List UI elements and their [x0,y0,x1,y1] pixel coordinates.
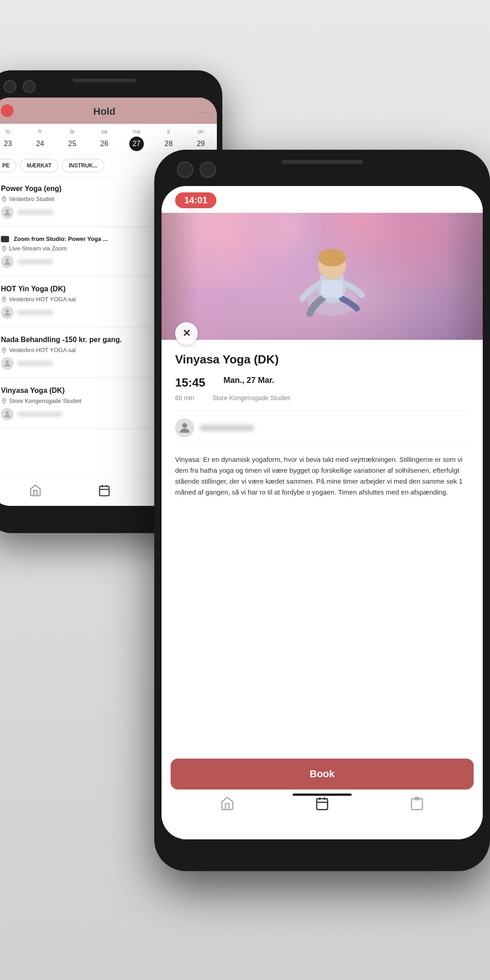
svg-rect-21 [317,799,328,809]
avatar [1,206,14,219]
yoga-figure [282,222,382,331]
calendar-day[interactable]: sø 26 [88,128,121,151]
book-button[interactable]: Book [171,759,474,789]
location: Store Kongensgade Studiet [212,394,290,402]
tree-left [162,213,198,340]
day-number: 27 [129,137,144,151]
calendar-day[interactable]: to 23 [0,128,24,151]
svg-rect-10 [100,486,109,495]
avatar [1,306,14,319]
duration-location: 60 min Store Kongensgade Studiet [175,394,469,402]
calendar-day[interactable]: lø 25 [56,128,88,151]
instructor-name [17,310,54,315]
svg-rect-19 [321,280,343,298]
svg-point-1 [6,209,9,212]
filter-type[interactable]: PE [0,159,16,172]
status-bar: 14:01 [162,186,483,213]
home-icon[interactable] [27,482,44,499]
avatar [1,357,14,370]
location-text: Live-Stream via Zoom [9,245,67,252]
clipboard-nav-icon[interactable] [410,796,424,811]
class-time: 15:45 [175,376,206,390]
class-name: Zoom from Studio: Power Yoga ... [1,235,108,242]
day-number: 29 [194,137,208,151]
instructor-name [17,210,54,215]
day-number: 25 [65,137,79,151]
phone-front: 14:01 [154,150,490,871]
day-number: 24 [33,137,47,151]
day-number: 23 [0,137,15,151]
day-name: ma [120,128,152,135]
filter-instructor[interactable]: INSTRUK... [62,159,104,172]
camera-left-back [4,80,16,93]
day-number: 26 [97,137,112,151]
notch-back [73,78,136,82]
screen-front: 14:01 [162,186,483,839]
svg-point-7 [6,360,9,363]
class-description: Vinyasa: Er en dynamisk yogaform, hvor v… [175,454,469,507]
location-text: Vesterbro Studiet [9,196,54,202]
avatar [1,408,14,421]
home-nav-icon[interactable] [220,796,235,811]
instructor-avatar [175,418,194,437]
tree-right [446,213,483,340]
instructor-name [17,361,54,366]
location-text: Store Kongensgade Studiet [9,397,81,404]
class-detail-title: Vinyasa Yoga (DK) [175,353,469,367]
bottom-nav-front [162,789,483,839]
svg-point-5 [6,309,9,313]
instructor-name [17,259,54,265]
day-name: on [185,128,217,135]
back-header-title: Hold [93,106,116,118]
back-header: Hold ... [0,98,217,124]
svg-point-8 [4,399,5,401]
camera-left-front [177,162,193,178]
calendar-day[interactable]: on 29 [185,128,217,151]
hero-image [162,213,483,340]
book-label: Book [310,768,335,780]
instructor-name-blurred [200,425,254,431]
location-text: Vesterbro HOT YOGA sal [9,347,76,353]
close-icon: ✕ [182,328,191,339]
svg-point-0 [4,197,5,199]
close-button[interactable]: ✕ [175,322,198,345]
home-indicator [293,794,352,796]
calendar-day[interactable]: fr 24 [24,128,56,151]
day-name: to [0,128,24,135]
svg-point-6 [4,348,5,350]
day-name: sø [88,128,121,135]
day-number: 28 [162,137,176,151]
day-name: lø [56,128,88,135]
back-header-dots: ... [200,107,208,114]
content-card: Vinyasa Yoga (DK) 15:45 Man., 27 Mar. 60… [162,340,483,516]
calendar-day[interactable]: ma 27 [120,128,152,151]
red-dot [1,104,14,117]
instructor-detail-row [175,411,469,445]
day-name: fr [24,128,56,135]
class-date: Man., 27 Mar. [224,376,274,390]
calendar-day[interactable]: ti 28 [152,128,185,151]
location-text: Vesterbro HOT YOGA sal [9,296,76,303]
svg-point-9 [6,411,9,414]
calendar-nav-icon[interactable] [315,796,329,811]
svg-point-18 [318,249,346,266]
time-badge: 14:01 [175,192,216,208]
avatar [1,255,14,268]
notch-front [281,160,363,164]
filter-tag[interactable]: MÆRKAT [20,159,58,172]
instructor-name [17,412,63,417]
time-info: 15:45 Man., 27 Mar. [175,376,469,390]
svg-point-3 [6,259,9,262]
duration: 60 min [175,394,194,402]
svg-point-2 [4,247,5,248]
calendar-icon[interactable] [96,482,113,499]
camera-right-back [23,80,35,93]
day-name: ti [152,128,185,135]
zoom-icon [1,236,9,242]
camera-right-front [200,162,216,178]
svg-point-20 [182,423,187,428]
svg-point-4 [4,298,5,299]
